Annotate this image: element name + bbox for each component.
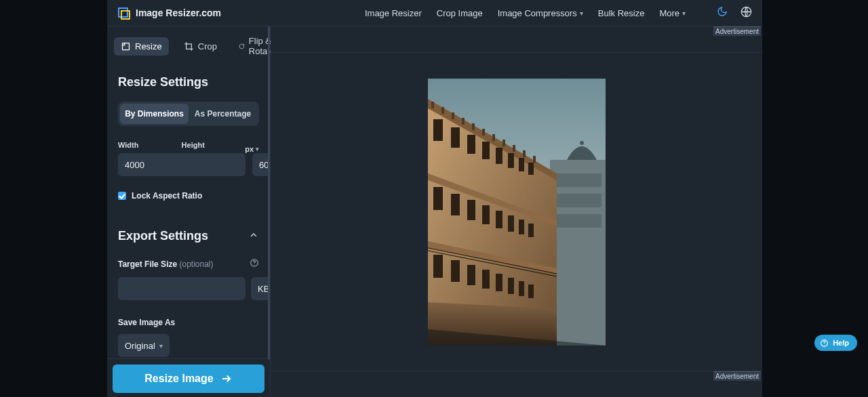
ad-top-tag: Advertisement xyxy=(713,26,761,36)
svg-rect-16 xyxy=(452,112,454,119)
preview-column: Advertisement xyxy=(271,26,762,397)
nav-image-resizer[interactable]: Image Resizer xyxy=(365,8,422,18)
export-settings-title: Export Settings xyxy=(118,229,208,243)
svg-rect-41 xyxy=(433,255,443,278)
resize-mode-toggle: By Dimensions As Percentage xyxy=(118,102,259,126)
tool-tab-resize-label: Resize xyxy=(135,41,162,51)
ad-bottom-tag: Advertisement xyxy=(713,371,761,381)
topbar: Image Resizer.com Image Resizer Crop Ima… xyxy=(107,0,762,26)
nav-more[interactable]: More ▾ xyxy=(659,8,686,18)
svg-rect-7 xyxy=(554,194,601,207)
svg-rect-6 xyxy=(554,173,601,187)
nav-links: Image Resizer Crop Image Image Compresso… xyxy=(365,5,753,21)
svg-rect-5 xyxy=(550,160,606,346)
logo-icon xyxy=(117,6,130,20)
tool-tab-crop[interactable]: Crop xyxy=(177,37,224,56)
svg-rect-28 xyxy=(482,142,490,159)
svg-rect-19 xyxy=(482,129,485,135)
svg-rect-22 xyxy=(513,145,515,152)
sidebar-scrollbar[interactable] xyxy=(268,26,270,360)
svg-rect-36 xyxy=(482,205,490,224)
height-label: Height xyxy=(182,141,245,149)
svg-rect-32 xyxy=(528,163,534,175)
collapse-export-toggle[interactable] xyxy=(248,230,259,243)
svg-rect-27 xyxy=(467,135,475,154)
nav-bulk-resize[interactable]: Bulk Resize xyxy=(598,8,645,18)
svg-rect-37 xyxy=(496,211,502,228)
svg-rect-38 xyxy=(508,215,514,232)
svg-rect-48 xyxy=(528,285,534,298)
brand-title: Image Resizer.com xyxy=(136,7,221,18)
nav-more-label: More xyxy=(659,8,679,18)
chevron-down-icon: ▾ xyxy=(256,146,259,152)
width-input[interactable] xyxy=(118,153,245,176)
nav-crop-image[interactable]: Crop Image xyxy=(437,8,483,18)
chevron-down-icon: ▾ xyxy=(682,9,686,17)
svg-rect-29 xyxy=(496,148,502,164)
target-file-size-unit[interactable]: KB ▾ xyxy=(251,277,270,300)
svg-rect-23 xyxy=(523,150,526,157)
svg-rect-30 xyxy=(508,153,514,168)
sidebar: Resize Crop Flip & Rotate Res xyxy=(107,26,271,397)
help-icon[interactable] xyxy=(250,258,259,270)
width-label: Width xyxy=(118,141,182,149)
tool-tab-crop-label: Crop xyxy=(198,41,217,51)
preview-image[interactable] xyxy=(428,79,606,346)
chevron-down-icon: ▾ xyxy=(159,342,163,350)
svg-rect-20 xyxy=(492,134,495,141)
svg-rect-42 xyxy=(451,260,460,282)
nav-image-compressors[interactable]: Image Compressors ▾ xyxy=(498,8,583,18)
chevron-down-icon: ▾ xyxy=(580,9,583,17)
svg-rect-35 xyxy=(467,200,475,220)
help-fab[interactable]: Help xyxy=(814,335,857,351)
svg-rect-26 xyxy=(451,127,460,148)
svg-point-3 xyxy=(254,264,255,265)
resize-icon xyxy=(121,41,131,51)
svg-rect-33 xyxy=(433,187,443,210)
resize-image-button[interactable]: Resize Image xyxy=(113,364,264,393)
resize-image-button-label: Resize Image xyxy=(144,373,213,385)
chevron-up-icon xyxy=(248,230,259,241)
svg-point-54 xyxy=(824,344,825,345)
svg-rect-18 xyxy=(472,123,475,130)
save-image-as-value: Original xyxy=(125,341,155,351)
target-file-size-input[interactable] xyxy=(118,277,245,300)
svg-rect-8 xyxy=(554,214,601,228)
brand[interactable]: Image Resizer.com xyxy=(117,6,221,20)
crop-icon xyxy=(184,41,194,51)
help-fab-label: Help xyxy=(833,339,849,347)
svg-rect-34 xyxy=(451,194,460,215)
svg-rect-24 xyxy=(533,156,536,163)
lock-aspect-label: Lock Aspect Ratio xyxy=(132,191,202,201)
svg-rect-15 xyxy=(441,107,444,114)
language-icon[interactable] xyxy=(740,5,753,21)
arrow-right-icon xyxy=(220,373,233,385)
svg-rect-45 xyxy=(496,274,502,291)
nav-image-compressors-label: Image Compressors xyxy=(498,8,577,18)
svg-rect-40 xyxy=(528,224,534,237)
svg-rect-46 xyxy=(508,278,514,294)
svg-rect-43 xyxy=(467,265,475,285)
tool-tab-resize[interactable]: Resize xyxy=(114,37,169,56)
unit-label: px xyxy=(245,145,254,153)
svg-rect-47 xyxy=(519,281,524,296)
unit-select[interactable]: px ▾ xyxy=(245,145,259,153)
svg-rect-17 xyxy=(462,118,465,125)
svg-rect-1 xyxy=(123,43,130,49)
lock-aspect-checkbox[interactable] xyxy=(118,192,126,200)
svg-rect-14 xyxy=(431,102,434,108)
theme-icon[interactable] xyxy=(717,6,728,20)
target-file-size-label: Target File Size (optional) xyxy=(118,259,214,269)
rotate-icon xyxy=(239,41,245,51)
mode-by-dimensions[interactable]: By Dimensions xyxy=(120,104,189,124)
tool-tabs: Resize Crop Flip & Rotate xyxy=(107,26,270,66)
svg-rect-25 xyxy=(433,119,443,141)
resize-settings-title: Resize Settings xyxy=(118,75,259,89)
svg-rect-39 xyxy=(519,220,524,234)
help-icon xyxy=(820,339,829,348)
image-preview-area xyxy=(271,52,762,371)
mode-as-percentage[interactable]: As Percentage xyxy=(189,104,257,124)
save-image-as-select[interactable]: Original ▾ xyxy=(118,334,170,357)
svg-rect-31 xyxy=(519,158,524,171)
save-image-as-label: Save Image As xyxy=(118,318,259,327)
